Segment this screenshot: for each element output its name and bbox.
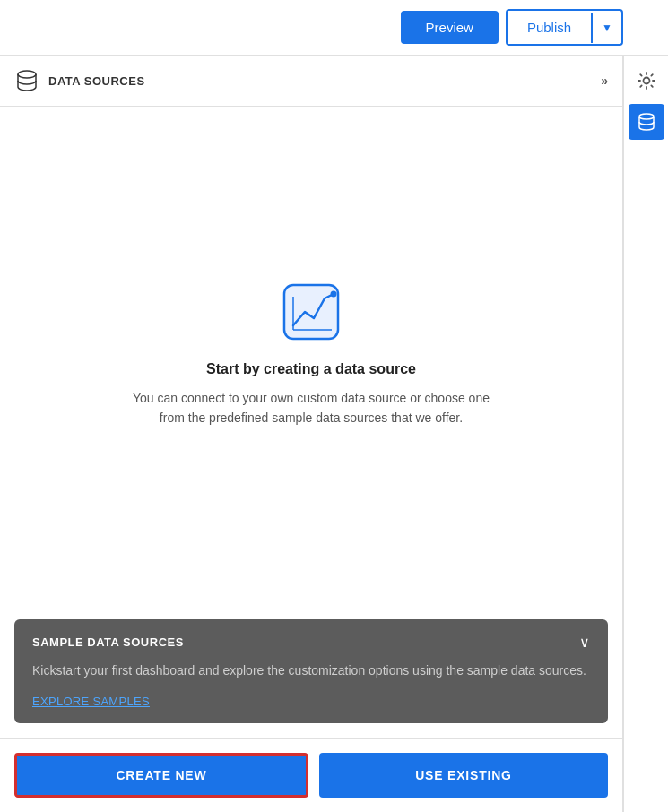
svg-point-6 bbox=[639, 114, 654, 119]
chevron-down-icon[interactable]: ∨ bbox=[579, 634, 590, 651]
datasource-sidebar-button[interactable] bbox=[629, 104, 664, 140]
panel-title: DATA SOURCES bbox=[48, 74, 145, 88]
create-new-button[interactable]: CREATE NEW bbox=[14, 753, 308, 798]
panel-header: DATA SOURCES » bbox=[0, 56, 622, 107]
sample-box-description: Kickstart your first dashboard and explo… bbox=[32, 661, 590, 680]
sample-box: SAMPLE DATA SOURCES ∨ Kickstart your fir… bbox=[14, 619, 608, 723]
header: Preview Publish ▼ bbox=[0, 0, 668, 56]
start-description: You can connect to your own custom data … bbox=[132, 388, 490, 428]
preview-button[interactable]: Preview bbox=[401, 11, 499, 44]
publish-dropdown-button[interactable]: ▼ bbox=[591, 13, 621, 43]
chart-illustration bbox=[280, 281, 343, 343]
settings-icon[interactable] bbox=[630, 65, 663, 97]
svg-point-0 bbox=[18, 71, 36, 78]
datasource-icon bbox=[14, 68, 39, 93]
main-content: DATA SOURCES » Start by creating a da bbox=[0, 56, 668, 812]
explore-samples-link[interactable]: EXPLORE SAMPLES bbox=[32, 695, 150, 708]
svg-rect-1 bbox=[284, 285, 338, 339]
panel-body: Start by creating a data source You can … bbox=[0, 107, 622, 619]
publish-group: Publish ▼ bbox=[506, 9, 623, 46]
sample-box-title: SAMPLE DATA SOURCES bbox=[32, 635, 184, 649]
panel-header-left: DATA SOURCES bbox=[14, 68, 145, 93]
left-panel: DATA SOURCES » Start by creating a da bbox=[0, 56, 623, 812]
sample-box-header: SAMPLE DATA SOURCES ∨ bbox=[32, 634, 590, 651]
svg-point-2 bbox=[331, 290, 337, 297]
expand-icon[interactable]: » bbox=[601, 73, 608, 88]
bottom-buttons: CREATE NEW USE EXISTING bbox=[0, 738, 622, 812]
right-sidebar bbox=[623, 56, 668, 812]
start-title: Start by creating a data source bbox=[206, 361, 416, 377]
use-existing-button[interactable]: USE EXISTING bbox=[319, 753, 608, 798]
svg-point-5 bbox=[643, 78, 649, 84]
publish-button[interactable]: Publish bbox=[508, 11, 591, 44]
